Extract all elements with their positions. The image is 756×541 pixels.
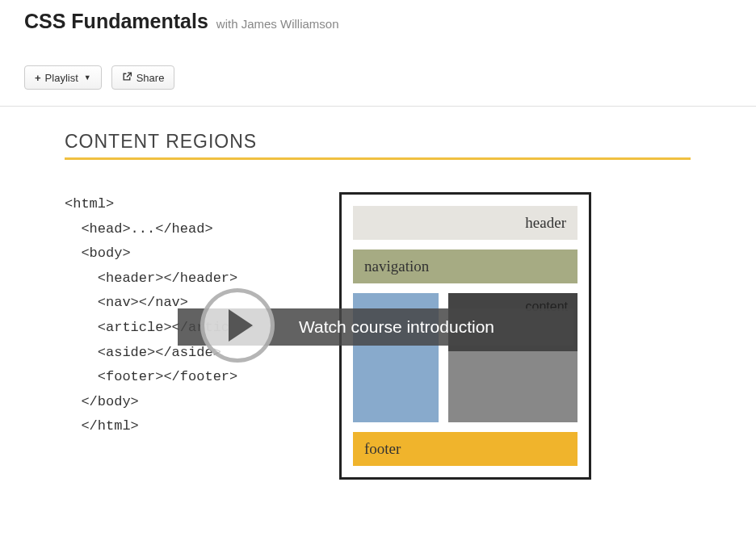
course-author: with James Williamson: [216, 17, 339, 31]
chevron-down-icon: ▼: [84, 73, 91, 82]
slide-title: CONTENT REGIONS: [65, 131, 691, 160]
play-button[interactable]: [200, 288, 275, 363]
share-button-label: Share: [136, 72, 165, 84]
playlist-button-label: Playlist: [45, 72, 78, 84]
share-button[interactable]: Share: [111, 65, 175, 90]
course-title: CSS Fundamentals: [24, 10, 208, 33]
region-header: header: [353, 206, 578, 240]
playlist-button[interactable]: + Playlist ▼: [24, 65, 102, 90]
region-footer: footer: [353, 432, 578, 466]
plus-icon: +: [35, 72, 41, 84]
title-row: CSS Fundamentals with James Williamson: [24, 10, 732, 33]
overlay-text: Watch course introduction: [299, 317, 494, 337]
share-icon: [122, 71, 132, 84]
play-icon: [229, 309, 253, 342]
course-header: CSS Fundamentals with James Williamson +…: [0, 0, 756, 107]
video-preview-area: CONTENT REGIONS <html> <head>...</head> …: [0, 107, 756, 504]
region-nav: navigation: [353, 250, 578, 283]
button-row: + Playlist ▼ Share: [24, 65, 732, 90]
